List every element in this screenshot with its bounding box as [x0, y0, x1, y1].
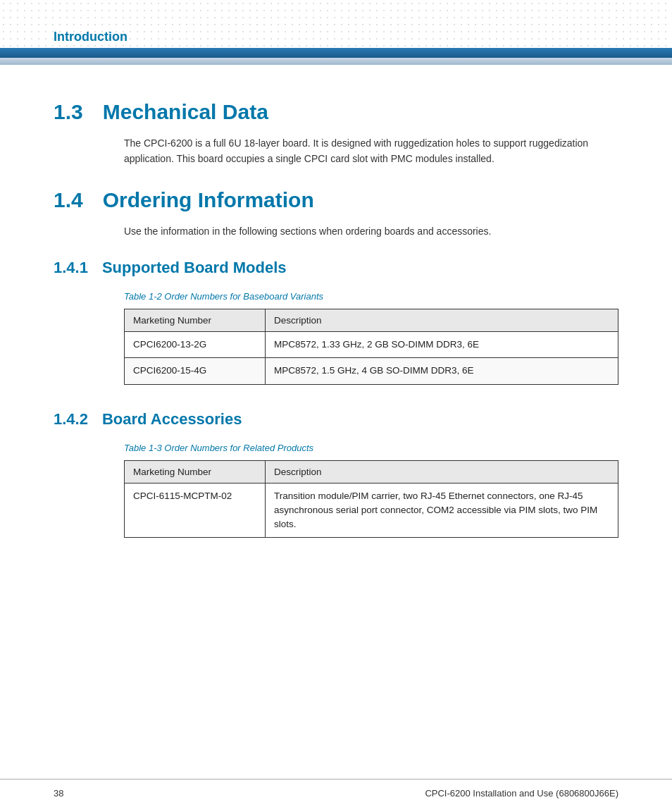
section-1-4-2-number: 1.4.2 — [54, 410, 88, 429]
section-1-4: 1.4 Ordering Information Use the informa… — [54, 188, 618, 239]
page-section-title: Introduction — [54, 30, 127, 44]
section-1-3: 1.3 Mechanical Data The CPCI-6200 is a f… — [54, 100, 618, 167]
section-1-4-2: 1.4.2 Board Accessories Table 1-3 Order … — [54, 410, 618, 538]
section-1-4-1: 1.4.1 Supported Board Models Table 1-2 O… — [54, 259, 618, 385]
table-1-3-col-description: Description — [266, 460, 618, 483]
header-top: Introduction — [0, 0, 672, 48]
section-1-4-label: Ordering Information — [103, 188, 314, 212]
main-content: 1.3 Mechanical Data The CPCI-6200 is a f… — [0, 65, 672, 580]
table-1-2: Marketing Number Description CPCI6200-13… — [124, 309, 618, 385]
section-1-4-2-title: 1.4.2 Board Accessories — [54, 410, 618, 429]
table-1-2-col-marketing: Marketing Number — [125, 309, 266, 332]
section-1-4-title: 1.4 Ordering Information — [54, 188, 618, 212]
table-1-3-caption: Table 1-3 Order Numbers for Related Prod… — [124, 443, 618, 453]
table-1-3: Marketing Number Description CPCI-6115-M… — [124, 460, 618, 538]
section-1-4-number: 1.4 — [54, 188, 83, 212]
section-1-4-2-label: Board Accessories — [102, 410, 242, 429]
page-footer: 38 CPCI-6200 Installation and Use (68068… — [0, 779, 672, 807]
section-1-3-label: Mechanical Data — [103, 100, 268, 124]
table-row: CPCI6200-13-2GMPC8572, 1.33 GHz, 2 GB SO… — [125, 332, 618, 358]
page-number: 38 — [54, 788, 63, 799]
table-1-2-caption: Table 1-2 Order Numbers for Baseboard Va… — [124, 291, 618, 302]
section-1-4-1-number: 1.4.1 — [54, 259, 88, 277]
table-1-2-col-description: Description — [266, 309, 618, 332]
section-1-4-body: Use the information in the following sec… — [124, 223, 618, 239]
table-1-3-header-row: Marketing Number Description — [125, 460, 618, 483]
table-1-2-header-row: Marketing Number Description — [125, 309, 618, 332]
header-blue-bar — [0, 48, 672, 58]
table-1-3-col-marketing: Marketing Number — [125, 460, 266, 483]
section-1-3-title: 1.3 Mechanical Data — [54, 100, 618, 124]
table-row: CPCI-6115-MCPTM-02Transition module/PIM … — [125, 483, 618, 538]
section-1-3-body: The CPCI-6200 is a full 6U 18-layer boar… — [124, 135, 618, 167]
table-row: CPCI6200-15-4GMPC8572, 1.5 GHz, 4 GB SO-… — [125, 358, 618, 384]
header-stripe — [0, 58, 672, 65]
section-1-4-1-label: Supported Board Models — [102, 259, 287, 277]
doc-title: CPCI-6200 Installation and Use (6806800J… — [425, 788, 618, 799]
section-1-4-1-title: 1.4.1 Supported Board Models — [54, 259, 618, 277]
section-1-3-number: 1.3 — [54, 100, 83, 124]
